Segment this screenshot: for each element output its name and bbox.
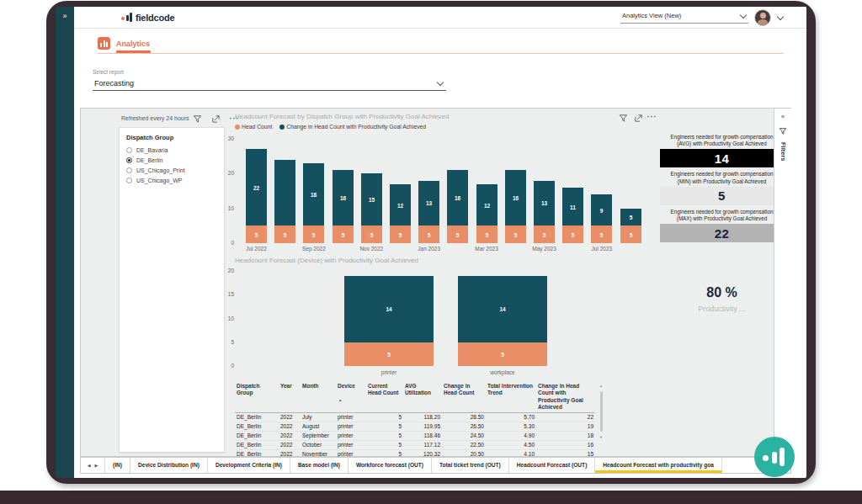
column-header[interactable]: Current Head Count [366, 382, 403, 412]
bar-feb-2023-headcount[interactable]: 5 [447, 225, 468, 243]
page-tab[interactable]: (IN) [105, 458, 130, 473]
tabs-prev-icon[interactable]: ◀ [88, 463, 91, 468]
page-tab[interactable]: Development Criteria (IN) [208, 458, 290, 473]
expand-icon[interactable] [633, 113, 644, 124]
bar-apr-2023-headcount[interactable]: 5 [505, 225, 526, 243]
badge-dot-icon [763, 455, 769, 461]
bar-may-2023-headcount[interactable]: 5 [534, 225, 555, 243]
page-tab[interactable]: Workforce forecast (OUT) [349, 458, 432, 473]
scroll-down-icon[interactable]: ▼ [599, 435, 603, 439]
bar-jan-2023-headcount[interactable]: 5 [418, 225, 439, 243]
bar-oct-2022-headcount[interactable]: 5 [333, 225, 354, 243]
table-cell: 16 [536, 440, 595, 449]
x-tick: Sep 2022 [293, 246, 335, 252]
bar-apr-2023-change[interactable]: 16 [505, 170, 526, 225]
page-tab[interactable]: Base model (IN) [290, 458, 349, 473]
column-header[interactable]: Change in Head Count with Productivity G… [536, 382, 595, 412]
fieldcode-logo: fieldcode [121, 10, 175, 24]
table-row[interactable]: DE_Berlin2022Augustprinter5119.9526.505.… [235, 422, 595, 431]
slicer-option-de_berlin[interactable]: DE_Berlin [120, 155, 224, 165]
avatar[interactable] [754, 9, 771, 26]
bar-nov-2022-headcount[interactable]: 5 [361, 225, 382, 243]
bar-feb-2023-change[interactable]: 16 [447, 170, 468, 225]
bar-dec-2022-change[interactable]: 12 [390, 184, 411, 226]
bar-dec-2022-headcount[interactable]: 5 [390, 225, 411, 243]
y-tick: 15 [228, 291, 234, 297]
report-select[interactable]: Forecasting [93, 77, 446, 91]
bar-oct-2022-change[interactable]: 16 [333, 170, 354, 225]
analytics-view-select[interactable]: Analytics View (New) [620, 10, 748, 24]
desk-bar [0, 491, 862, 504]
tab-analytics[interactable]: Analytics [116, 40, 150, 48]
bar-jan-2023-change[interactable]: 13 [418, 181, 439, 226]
radio-icon [126, 167, 132, 173]
scroll-up-icon[interactable]: ▲ [599, 384, 603, 388]
bar-jul-2023-change[interactable]: 9 [591, 194, 612, 225]
column-header[interactable]: AVG Utilization [403, 382, 442, 412]
filter-icon[interactable] [192, 114, 203, 125]
chart2-yaxis: 20151050 [217, 271, 239, 366]
column-header[interactable]: Dispatch Group [235, 382, 279, 412]
bar-aug-2022-headcount[interactable]: 5 [274, 225, 295, 243]
table-cell: 24.50 [442, 431, 486, 440]
filter-icon[interactable] [618, 113, 629, 124]
chart1-legend: Head CountChange in Head Count with Prod… [235, 124, 426, 130]
bar-printer-headcount[interactable]: 5 [344, 342, 434, 366]
chart2-xaxis: printerworkplace [242, 369, 645, 378]
expand-rail-icon[interactable]: » [56, 7, 74, 25]
table-cell: 2022 [279, 440, 301, 449]
chart2-title: Headcount Forecast (Device) with Product… [235, 257, 418, 264]
user-menu-chevron-icon[interactable] [777, 13, 784, 20]
table-row[interactable]: DE_Berlin2022Julyprinter5118.2028.505.70… [235, 412, 595, 422]
bar-sep-2022-headcount[interactable]: 5 [303, 225, 324, 243]
column-header[interactable]: Year [279, 382, 301, 412]
tabs-next-icon[interactable]: ▶ [95, 463, 98, 468]
page-tab[interactable]: Device Distribution (IN) [130, 458, 208, 473]
fieldcode-badge[interactable] [754, 437, 795, 477]
bar-jul-2022-headcount[interactable]: 5 [246, 225, 267, 243]
bar-mar-2023-change[interactable]: 12 [476, 184, 498, 226]
slicer-option-us_chicago_wp[interactable]: US_Chicago_WP [120, 175, 224, 185]
collapse-pane-icon[interactable]: « [781, 113, 785, 120]
bar-printer-change[interactable]: 14 [344, 276, 434, 342]
slicer-option-label: DE_Bavaria [136, 147, 168, 153]
y-tick: 5 [231, 339, 234, 345]
logo-text: fieldcode [136, 13, 175, 23]
bar-workplace-change[interactable]: 14 [458, 276, 547, 342]
bar-aug-2022-change[interactable] [274, 160, 295, 226]
bar-jun-2023-headcount[interactable]: 5 [562, 225, 583, 243]
radio-icon [126, 157, 132, 163]
bar-aug-2023-headcount[interactable]: 5 [620, 225, 641, 243]
view-select-value: Analytics View (New) [622, 12, 681, 19]
kpi-card: Engineers needed for growth compensation… [660, 171, 784, 204]
bar-may-2023-change[interactable]: 13 [534, 181, 555, 226]
expand-icon[interactable] [210, 114, 221, 125]
kpi-card: Engineers needed for growth compensation… [660, 209, 784, 242]
column-header[interactable]: Total Intervention Trend [486, 382, 536, 412]
bar-jul-2022-change[interactable]: 22 [246, 149, 267, 225]
table-scrollbar[interactable] [600, 391, 603, 432]
table-row[interactable]: DE_Berlin2022Octoberprinter5117.1222.504… [235, 440, 595, 449]
more-options-icon[interactable]: ··· [646, 111, 657, 122]
table-cell: 5 [366, 431, 403, 440]
column-header[interactable]: Change in Head Count [442, 382, 486, 412]
table-cell: 22.50 [442, 440, 486, 449]
bar-aug-2023-change[interactable]: 5 [620, 209, 641, 226]
kpi-title: Engineers needed for growth compensation… [660, 171, 784, 184]
page-tab[interactable]: Total ticket trend (OUT) [432, 458, 509, 473]
x-tick: printer [355, 369, 423, 375]
slicer-option-de_bavaria[interactable]: DE_Bavaria [120, 145, 224, 155]
bar-workplace-headcount[interactable]: 5 [458, 342, 547, 366]
bar-jun-2023-change[interactable]: 11 [562, 188, 583, 225]
slicer-option-us_chicago_print[interactable]: US_Chicago_Print [120, 165, 224, 175]
bar-jul-2023-headcount[interactable]: 5 [591, 225, 612, 243]
table-row[interactable]: DE_Berlin2022Septemberprinter5118.4624.5… [235, 431, 595, 440]
bar-nov-2022-change[interactable]: 15 [361, 173, 382, 225]
page-tab[interactable]: Headcount Forecast with productivity goa [595, 458, 722, 473]
column-header[interactable]: Month [301, 382, 336, 412]
bar-sep-2022-change[interactable]: 18 [303, 163, 324, 225]
productivity-label: Productivity ... [660, 305, 784, 313]
page-tab[interactable]: Headcount Forecast (OUT) [509, 458, 596, 473]
table-cell: 118.20 [403, 412, 442, 422]
bar-mar-2023-headcount[interactable]: 5 [476, 225, 498, 243]
